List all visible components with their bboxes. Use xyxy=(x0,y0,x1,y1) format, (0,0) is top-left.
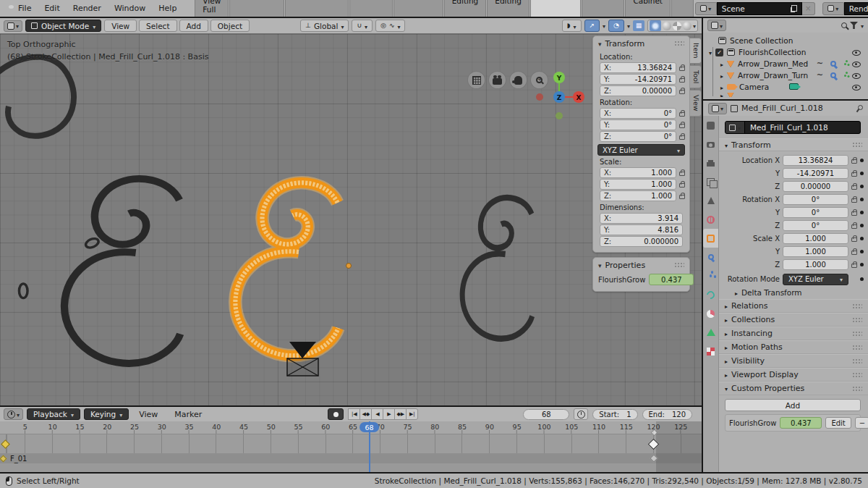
edit-property-button[interactable]: Edit xyxy=(825,417,851,429)
dimension-field[interactable]: Z:0.000000 xyxy=(600,236,683,247)
modifier-wrench-icon[interactable] xyxy=(830,72,836,78)
workspace-tab[interactable]: UV Editing xyxy=(444,0,487,17)
chevron-down-icon[interactable] xyxy=(861,21,864,30)
panel-drag-handle[interactable] xyxy=(674,262,684,268)
lock-icon[interactable] xyxy=(679,135,685,140)
outliner-row-scene-collection[interactable]: Scene Collection xyxy=(709,35,868,46)
workspace-tab[interactable]: Modeling xyxy=(530,0,581,17)
workspace-tab[interactable]: Video Editing xyxy=(487,0,529,17)
particles-icon[interactable] xyxy=(844,63,846,65)
flourishgrow-slider[interactable]: 0.437 xyxy=(649,274,694,285)
flourish-object-partial[interactable] xyxy=(0,57,74,136)
tab-world[interactable] xyxy=(703,210,718,229)
mode-dropdown[interactable]: Object Mode xyxy=(25,20,101,32)
shading-wireframe-button[interactable] xyxy=(650,20,661,31)
viewport-menu-item[interactable]: Select xyxy=(139,20,176,32)
auto-keying-button[interactable] xyxy=(328,408,344,420)
scene-unlink-button[interactable]: × xyxy=(802,2,815,15)
menu-item[interactable]: File xyxy=(12,2,38,14)
lock-icon[interactable] xyxy=(851,224,857,229)
workspace-tab[interactable]: + xyxy=(671,0,694,17)
properties-panel-header[interactable]: Viewport Display xyxy=(719,368,868,382)
outliner-row-camera[interactable]: Camera xyxy=(709,81,868,93)
pin-icon[interactable] xyxy=(856,105,863,112)
rotation-field[interactable]: Z:0° xyxy=(600,131,676,142)
play-button[interactable] xyxy=(383,408,395,420)
keying-menu[interactable]: Keying xyxy=(84,408,129,420)
lock-icon[interactable] xyxy=(851,237,857,242)
timeline-track[interactable] xyxy=(0,434,702,453)
overlays-toggle[interactable]: ◔ xyxy=(608,20,624,32)
lock-icon[interactable] xyxy=(679,183,685,188)
workspace-tab[interactable]: Compositing xyxy=(285,0,349,17)
viewport-menu-item[interactable]: Add xyxy=(179,20,208,32)
current-frame-indicator[interactable]: 68 xyxy=(359,422,379,432)
keyframe-dot[interactable] xyxy=(860,250,864,253)
scale-field[interactable]: Z:1.000 xyxy=(600,190,676,201)
scene-name-field[interactable]: Scene xyxy=(717,2,802,15)
sidebar-tab[interactable]: Tool xyxy=(690,65,702,88)
panel-drag-handle[interactable] xyxy=(852,303,862,309)
playback-menu[interactable]: Playback xyxy=(27,408,80,420)
lock-icon[interactable] xyxy=(851,211,857,216)
object-name-field[interactable]: Med_Frill_Curl_1.018 xyxy=(725,121,861,134)
gizmos-toggle[interactable]: ↗ xyxy=(584,20,600,32)
stopwatch-button[interactable] xyxy=(574,408,588,420)
transform-panel-header[interactable]: Transform xyxy=(719,138,868,151)
menu-item[interactable]: Help xyxy=(152,2,183,14)
panel-drag-handle[interactable] xyxy=(852,317,862,323)
transform-panel-header[interactable]: Transform xyxy=(593,36,689,51)
active-camera-icon[interactable] xyxy=(789,83,799,90)
outliner-row-object[interactable]: Arrow_Drawn_Med ~ xyxy=(709,58,868,70)
number-field[interactable]: 0° xyxy=(783,220,848,231)
flourishgrow-slider[interactable]: 0.437 xyxy=(780,417,822,429)
renderlayer-name-field[interactable]: RenderLayer xyxy=(844,2,868,15)
visibility-dropdown[interactable]: ◗ xyxy=(562,20,582,32)
origin-dot[interactable] xyxy=(346,264,352,269)
menu-item[interactable]: Window xyxy=(108,2,152,14)
properties-panel-header[interactable]: Properties xyxy=(593,258,689,272)
panel-drag-handle[interactable] xyxy=(852,331,862,337)
lock-icon[interactable] xyxy=(851,264,857,268)
scale-field[interactable]: X:1.000 xyxy=(600,167,676,178)
jump-to-end-button[interactable] xyxy=(406,408,418,420)
panel-drag-handle[interactable] xyxy=(852,386,862,392)
tab-physics[interactable] xyxy=(703,285,718,304)
keyframe-dot[interactable] xyxy=(860,237,864,240)
menu-item[interactable]: Render xyxy=(67,2,108,14)
constraint-icon[interactable]: ~ xyxy=(817,71,823,79)
shading-solid-button[interactable] xyxy=(663,22,671,30)
outliner-row-object[interactable]: Arrow_Drawn_Turn ~ xyxy=(709,70,868,81)
viewport-menu-item[interactable]: Object xyxy=(210,20,250,32)
keyframe-dot[interactable] xyxy=(860,277,864,281)
delta-transform-panel[interactable]: Delta Transform xyxy=(719,286,868,299)
tab-constraints[interactable] xyxy=(703,304,718,323)
view-menu[interactable]: View xyxy=(132,408,164,421)
filter-funnel-icon[interactable] xyxy=(850,22,858,29)
rotation-mode-dropdown[interactable]: XYZ Euler xyxy=(597,144,685,156)
scene-browse-button[interactable] xyxy=(695,2,717,15)
eye-icon[interactable] xyxy=(852,72,861,79)
lock-icon[interactable] xyxy=(679,78,685,83)
workspace-tab[interactable]: Drivers xyxy=(582,0,625,17)
number-field[interactable]: 0.00000 xyxy=(783,181,848,192)
constraint-icon[interactable]: ~ xyxy=(817,59,823,67)
lock-icon[interactable] xyxy=(851,172,857,177)
number-field[interactable]: 0° xyxy=(783,207,848,218)
timeline-ruler[interactable]: 5101520253035404550556065707580859095100… xyxy=(0,421,702,434)
expand-triangle-icon[interactable] xyxy=(720,59,723,68)
keyframe-dot[interactable] xyxy=(860,224,864,227)
number-field[interactable]: 0° xyxy=(783,194,848,205)
tab-object-data[interactable] xyxy=(703,323,718,342)
pan-view-button[interactable] xyxy=(509,71,527,89)
chevron-down-icon[interactable] xyxy=(603,21,605,30)
workspace-tab[interactable]: Default xyxy=(349,0,393,17)
start-frame-field[interactable]: Start:1 xyxy=(592,409,637,420)
search-icon[interactable] xyxy=(841,22,847,28)
play-reverse-button[interactable] xyxy=(371,408,383,420)
flourish-object-left[interactable] xyxy=(19,179,180,363)
location-field[interactable]: X:13.36824 xyxy=(600,62,676,73)
keyframe-dot[interactable] xyxy=(860,185,864,188)
workspace-tab[interactable]: 3D View Full xyxy=(195,0,229,17)
tab-viewlayer[interactable] xyxy=(703,172,718,191)
